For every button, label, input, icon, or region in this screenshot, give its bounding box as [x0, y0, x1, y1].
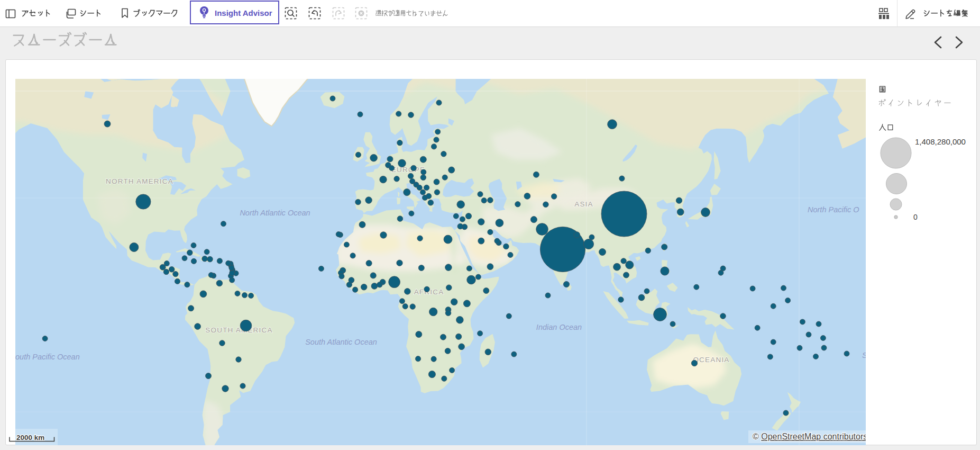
svg-text:1,408,280,000: 1,408,280,000: [915, 137, 966, 146]
svg-text:0: 0: [913, 213, 918, 221]
svg-text:2000 km: 2000 km: [16, 434, 44, 442]
